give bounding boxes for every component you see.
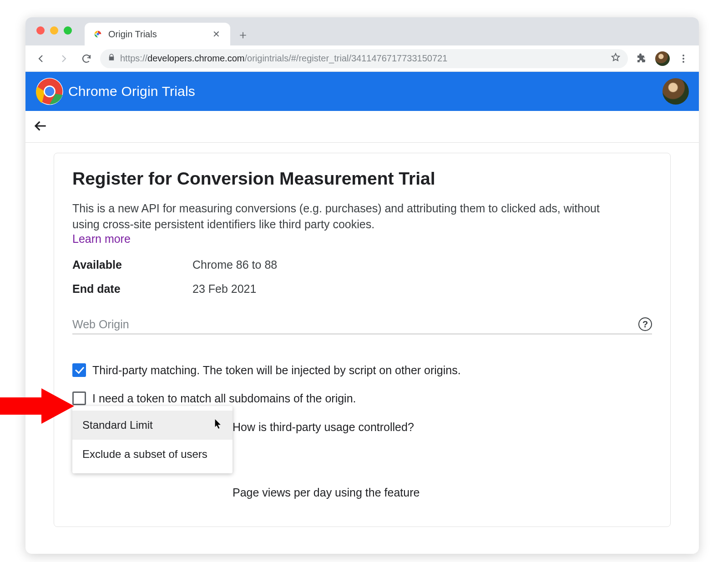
dropdown-option-label: Exclude a subset of users (82, 448, 207, 461)
lock-icon (107, 53, 116, 64)
page-description: This is a new API for measuring conversi… (72, 201, 609, 232)
chrome-logo-icon (35, 77, 64, 105)
content-card: Register for Conversion Measurement Tria… (54, 153, 671, 527)
url-text: https://developers.chrome.com/origintria… (120, 53, 606, 64)
dropdown-menu: Standard Limit Exclude a subset of users (72, 406, 233, 473)
available-value: Chrome 86 to 88 (192, 258, 277, 271)
checkbox-checked-icon[interactable] (72, 363, 86, 377)
trial-meta: Available Chrome 86 to 88 End date 23 Fe… (72, 258, 652, 296)
new-tab-button[interactable]: ＋ (235, 26, 251, 43)
svg-point-3 (682, 58, 684, 60)
svg-point-4 (682, 61, 684, 63)
end-date-label: End date (72, 282, 192, 296)
banner-title: Chrome Origin Trials (68, 84, 195, 99)
browser-toolbar: https://developers.chrome.com/origintria… (25, 45, 699, 72)
chrome-favicon-icon (93, 29, 103, 39)
browser-window: Origin Trials ✕ ＋ https://developers.chr… (25, 17, 699, 554)
back-button[interactable] (32, 50, 50, 68)
usage-question-2: Page views per day using the feature (233, 486, 652, 499)
tab-strip: Origin Trials ✕ ＋ (25, 17, 699, 45)
checkbox-unchecked-icon[interactable] (72, 391, 86, 405)
svg-point-8 (45, 87, 55, 96)
learn-more-link[interactable]: Learn more (72, 232, 131, 245)
page-heading: Register for Conversion Measurement Tria… (72, 169, 652, 189)
available-label: Available (72, 258, 192, 271)
third-party-label: Third-party matching. The token will be … (92, 364, 461, 377)
annotation-arrow (0, 388, 74, 424)
address-bar[interactable]: https://developers.chrome.com/origintria… (100, 49, 628, 68)
dropdown-option-label: Standard Limit (82, 419, 153, 432)
usage-question-1: How is third-party usage controlled? (233, 420, 652, 434)
user-avatar[interactable] (662, 78, 689, 105)
end-date-value: 23 Feb 2021 (192, 282, 256, 296)
cursor-icon (214, 419, 222, 432)
subdomains-label: I need a token to match all subdomains o… (92, 392, 356, 405)
maximize-window-icon[interactable] (64, 26, 72, 35)
tab-title: Origin Trials (108, 29, 205, 40)
web-origin-placeholder: Web Origin (72, 318, 638, 331)
extensions-icon[interactable] (632, 50, 651, 68)
subdomains-checkbox-row[interactable]: I need a token to match all subdomains o… (72, 391, 652, 405)
third-party-checkbox-row[interactable]: Third-party matching. The token will be … (72, 363, 652, 377)
minimize-window-icon[interactable] (50, 26, 58, 35)
web-origin-field[interactable]: Web Origin ? (72, 317, 652, 334)
profile-avatar[interactable] (655, 51, 670, 66)
close-window-icon[interactable] (36, 26, 45, 35)
dropdown-option[interactable]: Standard Limit (72, 411, 233, 440)
svg-point-2 (682, 55, 684, 56)
reload-button[interactable] (77, 50, 96, 68)
svg-marker-0 (0, 388, 74, 424)
close-tab-icon[interactable]: ✕ (211, 29, 222, 40)
window-controls (36, 26, 85, 45)
usage-limit-dropdown[interactable]: Standard Limit Exclude a subset of users (72, 420, 233, 474)
star-icon[interactable] (611, 52, 621, 65)
menu-icon[interactable] (674, 50, 693, 68)
forward-button[interactable] (55, 50, 73, 68)
back-arrow-icon[interactable] (34, 119, 48, 135)
help-icon[interactable]: ? (638, 317, 652, 331)
options-list: Third-party matching. The token will be … (72, 363, 652, 405)
page-subbar (25, 111, 699, 143)
dropdown-option[interactable]: Exclude a subset of users (72, 440, 233, 469)
browser-tab[interactable]: Origin Trials ✕ (85, 23, 230, 45)
site-banner: Chrome Origin Trials (25, 72, 699, 111)
usage-section: Standard Limit Exclude a subset of users… (72, 420, 652, 499)
